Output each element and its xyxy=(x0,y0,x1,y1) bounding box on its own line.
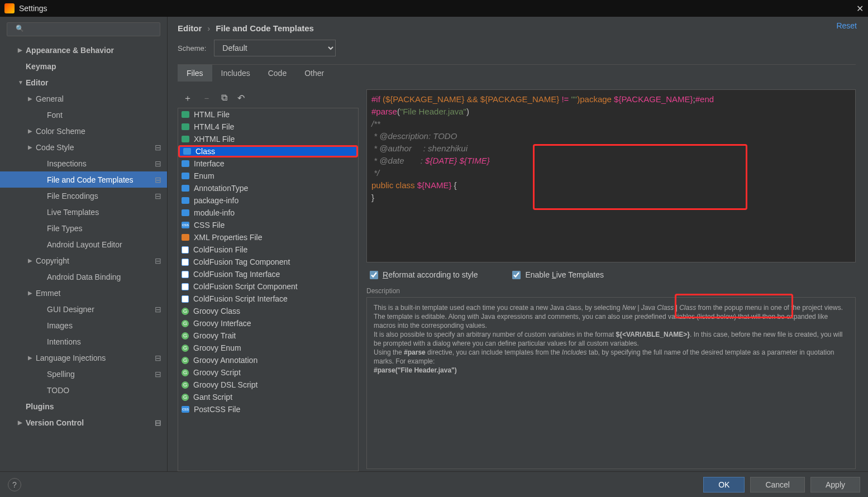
sidebar-item-android-data-binding[interactable]: Android Data Binding xyxy=(0,269,167,285)
sidebar-item-language-injections[interactable]: ▶Language Injections⊟ xyxy=(0,350,167,366)
sidebar-item-label: Intentions xyxy=(47,337,81,346)
sidebar-item-code-style[interactable]: ▶Code Style⊟ xyxy=(0,139,167,155)
settings-sidebar: ▶Appearance & BehaviorKeymap▼Editor▶Gene… xyxy=(0,17,168,471)
sidebar-item-label: GUI Designer xyxy=(47,305,94,314)
sidebar-item-appearance-behavior[interactable]: ▶Appearance & Behavior xyxy=(0,42,167,58)
scheme-label: Scheme: xyxy=(178,44,206,52)
sidebar-item-todo[interactable]: TODO xyxy=(0,382,167,398)
copy-template-icon[interactable]: ⧉ xyxy=(221,93,227,104)
sidebar-item-file-and-code-templates[interactable]: File and Code Templates⊟ xyxy=(0,171,167,188)
template-item-gant-script[interactable]: GGant Script xyxy=(178,391,358,403)
revert-template-icon[interactable]: ↶ xyxy=(237,93,245,104)
sidebar-item-android-layout-editor[interactable]: Android Layout Editor xyxy=(0,236,167,252)
template-item-coldfusion-script-interface[interactable]: ColdFusion Script Interface xyxy=(178,293,358,305)
template-item-package-info[interactable]: package-info xyxy=(178,194,358,207)
sidebar-item-color-scheme[interactable]: ▶Color Scheme xyxy=(0,123,167,139)
cancel-button[interactable]: Cancel xyxy=(750,477,805,493)
sidebar-item-copyright[interactable]: ▶Copyright⊟ xyxy=(0,252,167,269)
template-item-css-file[interactable]: cssCSS File xyxy=(178,219,358,231)
sidebar-item-intentions[interactable]: Intentions xyxy=(0,333,167,350)
template-item-label: XML Properties File xyxy=(194,233,262,242)
enable-live-templates-checkbox[interactable]: Enable Live Templates xyxy=(512,270,604,279)
template-item-label: Groovy Script xyxy=(193,368,241,377)
sidebar-item-general[interactable]: ▶General xyxy=(0,90,167,107)
template-item-class[interactable]: Class xyxy=(178,145,358,157)
sidebar-item-editor[interactable]: ▼Editor xyxy=(0,74,167,90)
help-button[interactable]: ? xyxy=(8,478,21,491)
template-item-html-file[interactable]: HTML File xyxy=(178,108,358,121)
file-type-icon xyxy=(182,246,189,254)
sidebar-item-file-encodings[interactable]: File Encodings⊟ xyxy=(0,188,167,204)
template-editor[interactable]: #if (${PACKAGE_NAME} && ${PACKAGE_NAME} … xyxy=(366,89,856,262)
template-item-label: Groovy Enum xyxy=(193,343,241,352)
sidebar-item-plugins[interactable]: Plugins xyxy=(0,398,167,414)
sidebar-item-gui-designer[interactable]: GUI Designer⊟ xyxy=(0,301,167,317)
sidebar-item-label: Plugins xyxy=(26,402,54,411)
template-item-module-info[interactable]: module-info xyxy=(178,207,358,219)
template-item-coldfusion-file[interactable]: ColdFusion File xyxy=(178,243,358,256)
template-item-postcss-file[interactable]: cssPostCSS File xyxy=(178,403,358,415)
ok-button[interactable]: OK xyxy=(703,477,745,493)
template-item-xhtml-file[interactable]: XHTML File xyxy=(178,133,358,145)
template-item-coldfusion-script-component[interactable]: ColdFusion Script Component xyxy=(178,280,358,293)
file-type-icon: G xyxy=(182,332,189,340)
tab-other[interactable]: Other xyxy=(295,65,333,82)
template-item-label: Groovy DSL Script xyxy=(193,380,257,389)
scope-icon: ⊟ xyxy=(155,305,161,314)
sidebar-item-live-templates[interactable]: Live Templates xyxy=(0,204,167,220)
sidebar-item-label: General xyxy=(36,94,64,103)
template-item-coldfusion-tag-component[interactable]: ColdFusion Tag Component xyxy=(178,256,358,268)
template-item-xml-properties-file[interactable]: XML Properties File xyxy=(178,231,358,243)
file-type-icon xyxy=(182,197,189,204)
file-type-icon: G xyxy=(182,320,189,327)
reformat-checkbox[interactable]: Reformat according to style xyxy=(370,270,478,279)
remove-template-icon[interactable]: － xyxy=(202,93,211,104)
sidebar-item-images[interactable]: Images xyxy=(0,317,167,333)
sidebar-item-emmet[interactable]: ▶Emmet xyxy=(0,285,167,301)
sidebar-item-keymap[interactable]: Keymap xyxy=(0,58,167,74)
template-item-coldfusion-tag-interface[interactable]: ColdFusion Tag Interface xyxy=(178,268,358,280)
crumb-current: File and Code Templates xyxy=(216,23,314,33)
chevron-icon: ▶ xyxy=(28,128,36,134)
template-item-enum[interactable]: Enum xyxy=(178,170,358,182)
template-item-groovy-interface[interactable]: GGroovy Interface xyxy=(178,317,358,329)
template-item-groovy-class[interactable]: GGroovy Class xyxy=(178,305,358,317)
template-item-interface[interactable]: Interface xyxy=(178,157,358,170)
tab-includes[interactable]: Includes xyxy=(212,65,259,82)
chevron-icon: ▶ xyxy=(18,419,26,426)
sidebar-item-label: File Types xyxy=(47,224,83,233)
file-type-icon xyxy=(182,283,189,290)
template-item-annotationtype[interactable]: AnnotationType xyxy=(178,182,358,194)
template-item-groovy-script[interactable]: GGroovy Script xyxy=(178,366,358,379)
sidebar-item-label: Android Data Binding xyxy=(47,273,121,281)
template-item-html4-file[interactable]: HTML4 File xyxy=(178,121,358,133)
sidebar-item-version-control[interactable]: ▶Version Control⊟ xyxy=(0,414,167,431)
reset-link[interactable]: Reset xyxy=(836,21,857,30)
tab-code[interactable]: Code xyxy=(259,65,295,82)
sidebar-item-label: Appearance & Behavior xyxy=(26,46,114,55)
scope-icon: ⊟ xyxy=(155,418,161,427)
sidebar-item-inspections[interactable]: Inspections⊟ xyxy=(0,155,167,171)
sidebar-item-file-types[interactable]: File Types xyxy=(0,220,167,236)
sidebar-item-label: Images xyxy=(47,321,73,330)
template-item-groovy-trait[interactable]: GGroovy Trait xyxy=(178,329,358,342)
crumb-editor[interactable]: Editor xyxy=(178,23,202,33)
close-icon[interactable]: ✕ xyxy=(856,3,864,14)
tab-files[interactable]: Files xyxy=(178,65,212,82)
sidebar-item-label: Spelling xyxy=(47,370,75,379)
sidebar-item-label: Android Layout Editor xyxy=(47,240,122,249)
scheme-select[interactable]: Default xyxy=(214,40,336,56)
template-item-groovy-dsl-script[interactable]: GGroovy DSL Script xyxy=(178,379,358,391)
sidebar-item-spelling[interactable]: Spelling⊟ xyxy=(0,366,167,382)
template-item-groovy-annotation[interactable]: GGroovy Annotation xyxy=(178,354,358,366)
apply-button[interactable]: Apply xyxy=(810,477,860,493)
add-template-icon[interactable]: ＋ xyxy=(183,93,192,104)
window-title: Settings xyxy=(19,4,47,13)
chevron-icon: ▶ xyxy=(28,95,36,102)
sidebar-item-font[interactable]: Font xyxy=(0,107,167,123)
app-icon xyxy=(4,3,15,13)
search-input[interactable] xyxy=(7,22,160,36)
template-item-groovy-enum[interactable]: GGroovy Enum xyxy=(178,342,358,354)
scope-icon: ⊟ xyxy=(155,256,161,265)
template-item-label: AnnotationType xyxy=(194,184,248,193)
